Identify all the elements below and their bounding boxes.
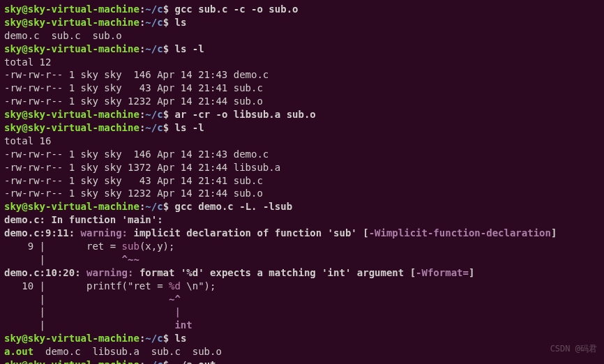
prompt-host: sky-virtual-machine xyxy=(28,3,139,15)
terminal-line: sky@sky-virtual-machine:~/c$ gcc demo.c … xyxy=(4,200,600,213)
ls-row: -rw-rw-r-- 1 sky sky 1232 Apr 14 21:44 s… xyxy=(4,187,600,200)
gcc-caret: | | xyxy=(4,305,600,319)
ls-total: total 12 xyxy=(4,56,600,69)
terminal-line: sky@sky-virtual-machine:~/c$ ./a.out xyxy=(4,358,600,364)
command-text: gcc demo.c -L. -lsub xyxy=(169,201,292,212)
ls-row: -rw-rw-r-- 1 sky sky 43 Apr 14 21:41 sub… xyxy=(4,174,600,188)
gcc-caret: | int xyxy=(4,319,600,332)
gcc-source: 9 | ret = sub(x,y); xyxy=(4,240,600,253)
prompt-user: sky xyxy=(4,3,22,15)
warning-label: warning: xyxy=(75,227,133,238)
ls-total: total 16 xyxy=(4,135,600,148)
gcc-warning: demo.c:9:11: warning: implicit declarati… xyxy=(4,227,600,240)
warning-flag: -Wimplicit-function-declaration xyxy=(369,227,551,238)
ls-row: -rw-rw-r-- 1 sky sky 1232 Apr 14 21:44 s… xyxy=(4,95,600,108)
watermark-text: CSDN @码君 xyxy=(550,343,597,354)
warning-label: warning: xyxy=(81,267,139,278)
command-text: ls xyxy=(169,17,186,28)
prompt-at: @ xyxy=(22,3,27,15)
command-text: ./a.out xyxy=(169,359,216,364)
terminal-line: sky@sky-virtual-machine:~/c$ ar -cr -o l… xyxy=(4,108,600,121)
ls-row: -rw-rw-r-- 1 sky sky 146 Apr 14 21:43 de… xyxy=(4,68,600,82)
terminal-line: sky@sky-virtual-machine:~/c$ ls xyxy=(4,16,600,29)
terminal-line: sky@sky-virtual-machine:~/c$ ls -l xyxy=(4,43,600,56)
command-text: gcc sub.c -c -o sub.o xyxy=(169,3,298,15)
gcc-context: demo.c: In function 'main': xyxy=(4,213,600,227)
command-text: ls xyxy=(169,333,186,344)
ls-row: -rw-rw-r-- 1 sky sky 1372 Apr 14 21:44 l… xyxy=(4,161,600,174)
gcc-warning: demo.c:10:20: warning: format '%d' expec… xyxy=(4,266,600,280)
ls-row: -rw-rw-r-- 1 sky sky 43 Apr 14 21:41 sub… xyxy=(4,82,600,95)
gcc-caret: | ~^ xyxy=(4,293,600,306)
terminal-line: sky@sky-virtual-machine:~/c$ ls xyxy=(4,332,600,345)
ls-output: a.out demo.c libsub.a sub.c sub.o xyxy=(4,345,600,358)
command-text: ls -l xyxy=(169,122,204,133)
terminal-line: sky@sky-virtual-machine:~/c$ gcc sub.c -… xyxy=(4,3,600,16)
warning-flag: -Wformat= xyxy=(416,267,469,278)
ls-row: -rw-rw-r-- 1 sky sky 146 Apr 14 21:43 de… xyxy=(4,148,600,161)
ls-output: demo.c sub.c sub.o xyxy=(4,29,600,43)
prompt-dollar: $ xyxy=(163,3,169,15)
command-text: ar -cr -o libsub.a sub.o xyxy=(169,109,316,120)
prompt-path: ~/c xyxy=(145,3,163,15)
command-text: ls -l xyxy=(169,43,204,54)
gcc-source: 10 | printf("ret = %d \n"); xyxy=(4,280,600,293)
terminal-line: sky@sky-virtual-machine:~/c$ ls -l xyxy=(4,121,600,135)
gcc-caret: | ^~~ xyxy=(4,253,600,266)
executable-file: a.out xyxy=(4,346,33,357)
